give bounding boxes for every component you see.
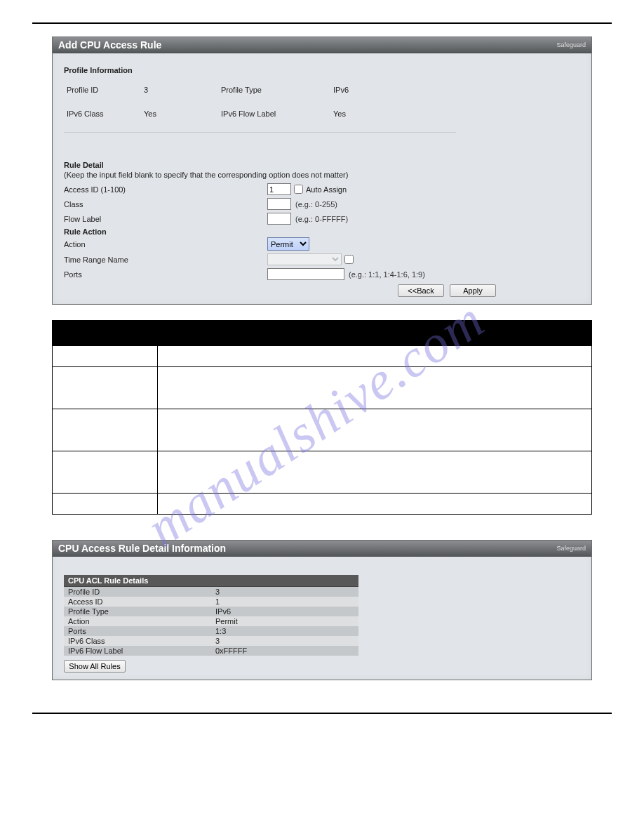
detail-key: Ports	[64, 626, 211, 636]
detail-key: Profile Type	[64, 607, 211, 616]
cpu-acl-rule-details-table: CPU ACL Rule Details Profile ID3 Access …	[64, 575, 358, 656]
detail-key: Access ID	[64, 597, 211, 607]
table-row: Ports1:3	[64, 626, 358, 636]
apply-button[interactable]: Apply	[450, 284, 496, 297]
safeguard-badge: Safeguard	[556, 545, 586, 552]
flow-label-row: Flow Label (e.g.: 0-FFFFF)	[64, 213, 580, 225]
table-row: Profile ID3	[64, 587, 358, 597]
detail-value: 1:3	[211, 626, 358, 636]
param-col-1	[53, 321, 158, 346]
table-row	[53, 451, 592, 494]
safeguard-badge: Safeguard	[556, 41, 586, 48]
ipv6-class-label: IPv6 Class	[67, 110, 144, 118]
show-all-rules-button[interactable]: Show All Rules	[64, 660, 126, 673]
profile-info-heading: Profile Information	[64, 66, 580, 74]
cpu-access-rule-detail-panel: CPU Access Rule Detail Information Safeg…	[52, 540, 592, 680]
detail-value: 1	[211, 597, 358, 607]
table-row: IPv6 Class3	[64, 636, 358, 646]
table-row: ActionPermit	[64, 616, 358, 626]
panel-titlebar: Add CPU Access Rule Safeguard	[53, 37, 591, 53]
rule-detail-hint: (Keep the input field blank to specify t…	[64, 171, 580, 179]
detail-value: 0xFFFFF	[211, 646, 358, 656]
table-row	[53, 346, 592, 367]
access-id-label: Access ID (1-100)	[64, 185, 267, 194]
flow-label-input[interactable]	[267, 213, 291, 225]
action-select[interactable]: Permit	[267, 237, 309, 251]
button-row: <<Back Apply	[64, 284, 580, 297]
flow-label-label: Flow Label	[64, 215, 267, 223]
ports-row: Ports (e.g.: 1:1, 1:4-1:6, 1:9)	[64, 268, 580, 280]
detail-value: IPv6	[211, 607, 358, 616]
page-frame: Add CPU Access Rule Safeguard Profile In…	[32, 22, 612, 714]
table-row: Profile TypeIPv6	[64, 607, 358, 616]
access-id-input[interactable]	[267, 183, 291, 195]
panel-title: Add CPU Access Rule	[58, 39, 161, 51]
action-label: Action	[64, 240, 267, 249]
detail-value: 3	[211, 636, 358, 646]
profile-info-grid: Profile ID 3 Profile Type IPv6 IPv6 Clas…	[67, 86, 580, 118]
detail-key: Action	[64, 616, 211, 626]
parameter-table	[52, 320, 592, 515]
access-id-row: Access ID (1-100) Auto Assign	[64, 183, 580, 195]
auto-assign-checkbox[interactable]	[294, 185, 303, 194]
ipv6-class-value: Yes	[144, 110, 221, 118]
ipv6-flow-label-label: IPv6 Flow Label	[221, 110, 333, 118]
time-range-row: Time Range Name	[64, 253, 580, 265]
detail-value: Permit	[211, 616, 358, 626]
action-row: Action Permit	[64, 237, 580, 251]
detail-key: IPv6 Flow Label	[64, 646, 211, 656]
details-table-header: CPU ACL Rule Details	[64, 575, 358, 587]
flow-label-hint: (e.g.: 0-FFFFF)	[295, 215, 348, 223]
profile-type-label: Profile Type	[221, 86, 333, 94]
class-input[interactable]	[267, 198, 291, 210]
rule-detail-heading: Rule Detail	[64, 161, 580, 169]
table-row	[53, 409, 592, 451]
table-row	[53, 367, 592, 409]
profile-type-value: IPv6	[333, 86, 410, 94]
class-hint: (e.g.: 0-255)	[295, 200, 337, 208]
ports-hint: (e.g.: 1:1, 1:4-1:6, 1:9)	[349, 270, 425, 279]
param-col-2	[158, 321, 592, 346]
detail-key: IPv6 Class	[64, 636, 211, 646]
panel-body: Profile Information Profile ID 3 Profile…	[53, 53, 591, 304]
detail-key: Profile ID	[64, 587, 211, 597]
detail-value: 3	[211, 587, 358, 597]
auto-assign-label: Auto Assign	[306, 185, 347, 194]
profile-id-value: 3	[144, 86, 221, 94]
ports-label: Ports	[64, 270, 267, 279]
time-range-label: Time Range Name	[64, 256, 267, 264]
ipv6-flow-label-value: Yes	[333, 110, 410, 118]
table-row: IPv6 Flow Label0xFFFFF	[64, 646, 358, 656]
profile-id-label: Profile ID	[67, 86, 144, 94]
panel-body: CPU ACL Rule Details Profile ID3 Access …	[53, 557, 591, 680]
table-row	[53, 494, 592, 515]
rule-action-heading: Rule Action	[64, 227, 580, 236]
add-cpu-access-rule-panel: Add CPU Access Rule Safeguard Profile In…	[52, 37, 592, 305]
table-row: Access ID1	[64, 597, 358, 607]
class-label: Class	[64, 200, 267, 208]
time-range-select[interactable]	[267, 253, 342, 265]
panel-title: CPU Access Rule Detail Information	[58, 543, 226, 554]
section-divider	[64, 132, 456, 133]
back-button[interactable]: <<Back	[398, 284, 444, 297]
class-row: Class (e.g.: 0-255)	[64, 198, 580, 210]
ports-input[interactable]	[267, 268, 344, 280]
panel-titlebar: CPU Access Rule Detail Information Safeg…	[53, 541, 591, 557]
time-range-checkbox[interactable]	[344, 255, 354, 264]
